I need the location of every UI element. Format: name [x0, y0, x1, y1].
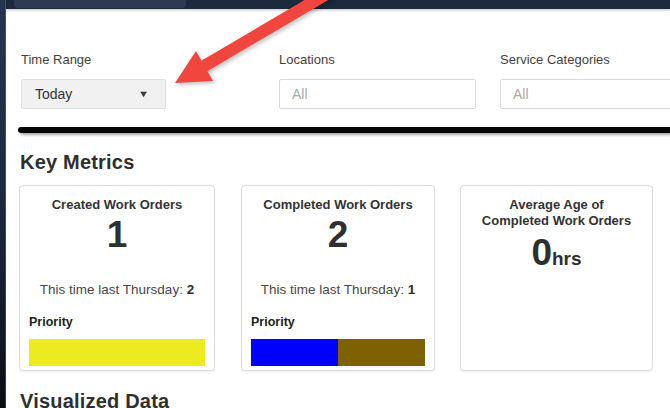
card-value-unit: hrs [552, 248, 582, 269]
time-range-dropdown[interactable]: Today ▼ [21, 79, 166, 109]
card-value-number: 0 [531, 232, 552, 273]
time-range-label: Time Range [21, 52, 91, 67]
priority-bar-segment-blue [251, 339, 338, 366]
top-navigation-bar [0, 0, 670, 9]
time-range-value: Today [35, 86, 72, 102]
comparison-text: This time last Thursday: [40, 282, 187, 297]
section-divider [18, 127, 670, 133]
visualized-data-heading: Visualized Data [20, 390, 169, 408]
service-categories-label: Service Categories [500, 52, 610, 67]
key-metrics-heading: Key Metrics [20, 151, 134, 174]
priority-label: Priority [29, 315, 73, 329]
left-edge-strip [0, 0, 6, 408]
comparison-value: 2 [187, 282, 195, 297]
card-title: Average Age of Completed Work Orders [461, 197, 652, 229]
average-age-card: Average Age of Completed Work Orders 0hr… [460, 185, 653, 371]
priority-bar-chart [251, 339, 425, 366]
card-comparison: This time last Thursday: 2 [20, 282, 214, 297]
priority-bar-segment-olive [338, 339, 425, 366]
priority-bar-segment-yellow [29, 339, 205, 366]
topbar-highlight [14, 0, 186, 8]
comparison-value: 1 [408, 282, 416, 297]
card-title: Created Work Orders [20, 197, 214, 213]
card-value: 0hrs [461, 230, 652, 282]
service-categories-input[interactable] [500, 79, 670, 109]
priority-label: Priority [251, 315, 295, 329]
completed-work-orders-card: Completed Work Orders 2 This time last T… [241, 185, 435, 371]
card-title: Completed Work Orders [242, 197, 434, 213]
comparison-text: This time last Thursday: [261, 282, 408, 297]
card-value: 2 [242, 212, 434, 258]
card-value: 1 [20, 212, 214, 258]
dashboard-screen: Time Range Today ▼ Locations Service Cat… [0, 0, 670, 408]
created-work-orders-card: Created Work Orders 1 This time last Thu… [19, 185, 215, 371]
priority-bar-chart [29, 339, 205, 366]
locations-label: Locations [279, 52, 335, 67]
locations-input[interactable] [279, 79, 476, 109]
chevron-down-icon: ▼ [138, 89, 149, 99]
card-comparison: This time last Thursday: 1 [242, 282, 434, 297]
